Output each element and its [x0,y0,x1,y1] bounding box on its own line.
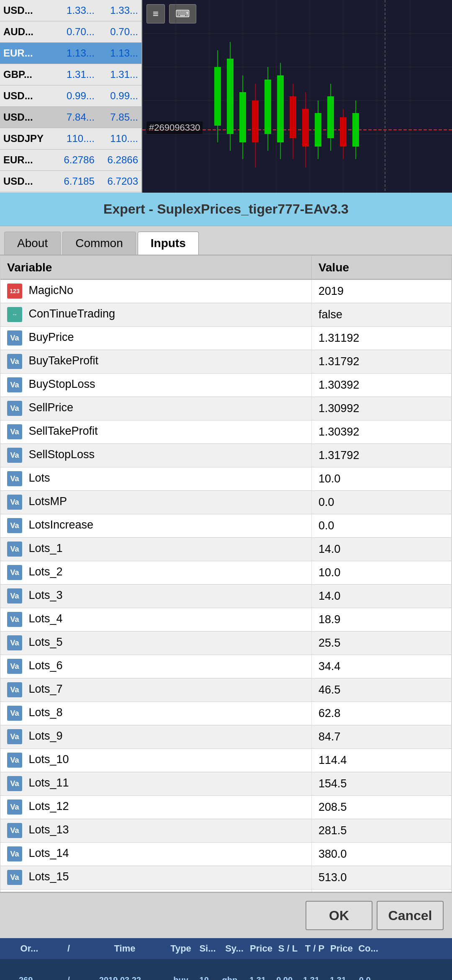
value-cell[interactable]: 10.0 [311,467,451,490]
value-cell[interactable]: 84.7 [311,725,451,748]
market-price2: 1.33... [95,5,138,16]
value-cell[interactable]: 14.0 [311,537,451,561]
taskbar-header-col: Price [249,943,274,954]
table-row[interactable]: Va Lots_4 18.9 [0,608,452,631]
table-row[interactable]: Va Lots_15 513.0 [0,866,452,889]
market-row[interactable]: USDJPY 110.... 110.... [0,128,141,150]
taskbar-header: Or.../TimeTypeSi...Sy...PriceS / LT / PP… [0,938,452,959]
table-row[interactable]: Va LotsIncrease 0.0 [0,514,452,537]
value-cell[interactable]: 1.31192 [311,326,451,350]
table-row[interactable]: Va Lots_13 281.5 [0,819,452,842]
table-container[interactable]: Variable Value 123 MagicNo 2019 ↔ ConTin… [0,255,452,892]
variable-cell: Va Lots_5 [0,631,311,655]
market-price1: 1.13... [51,47,95,59]
variable-cell: Va Lots_1 [0,537,311,561]
var-icon: Va [7,565,22,580]
value-cell[interactable]: 1.30992 [311,397,451,420]
value-cell[interactable]: 1.30392 [311,420,451,444]
var-icon: Va [7,706,22,721]
value-cell[interactable]: 0.0 [311,514,451,537]
value-cell[interactable]: 281.5 [311,819,451,842]
taskbar-row-col: 0.0... [356,975,381,980]
value-cell[interactable]: 10.0 [311,561,451,584]
taskbar-row-col: 269... [4,975,54,980]
market-row[interactable]: EUR... 1.13... 1.13... [0,43,141,64]
value-cell[interactable]: 46.5 [311,678,451,701]
svg-rect-19 [239,92,246,142]
table-row[interactable]: Va BuyPrice 1.31192 [0,326,452,350]
value-cell[interactable]: 154.5 [311,772,451,795]
table-row[interactable]: Va Lots_11 154.5 [0,772,452,795]
market-row[interactable]: GBP... 1.31... 1.31... [0,64,141,85]
table-row[interactable]: Va Lots_12 208.5 [0,795,452,819]
table-row[interactable]: Va Lots_14 380.0 [0,842,452,866]
value-cell[interactable]: 692.6 [311,889,451,892]
value-cell[interactable]: 1.31792 [311,350,451,373]
table-row[interactable]: Va Lots_2 10.0 [0,561,452,584]
ok-button[interactable]: OK [306,901,372,930]
table-row[interactable]: Va Lots 10.0 [0,467,452,490]
table-row[interactable]: 123 MagicNo 2019 [0,279,452,303]
table-row[interactable]: Va Lots_16 692.6 [0,889,452,892]
table-row[interactable]: Va SellTakeProfit 1.30392 [0,420,452,444]
market-price1: 1.33... [51,5,95,16]
table-row[interactable]: Va SellStopLoss 1.31792 [0,444,452,467]
market-row[interactable]: AUD... 0.70... 0.70... [0,21,141,43]
value-cell[interactable]: 513.0 [311,866,451,889]
var-icon: Va [7,542,22,557]
value-cell[interactable]: 0.0 [311,490,451,514]
market-name: USDJPY [3,133,51,144]
table-row[interactable]: Va Lots_3 14.0 [0,584,452,608]
market-row[interactable]: EUR... 6.2786 6.2866 [0,150,141,171]
tab-common[interactable]: Common [62,232,136,255]
table-row[interactable]: Va BuyTakeProfit 1.31792 [0,350,452,373]
variable-cell: Va Lots_9 [0,725,311,748]
value-cell[interactable]: 14.0 [311,584,451,608]
value-cell[interactable]: 18.9 [311,608,451,631]
var-icon: Va [7,776,22,791]
value-cell[interactable]: false [311,303,451,326]
market-row[interactable]: USD... 0.99... 0.99... [0,85,141,107]
table-row[interactable]: ↔ ConTinueTrading false [0,303,452,326]
var-icon: 123 [7,284,22,299]
taskbar-row-col: 2019.03.22 ... [83,975,167,980]
var-icon: Va [7,823,22,838]
market-row[interactable]: USD... 1.33... 1.33... [0,0,141,21]
table-row[interactable]: Va Lots_5 25.5 [0,631,452,655]
value-cell[interactable]: 208.5 [311,795,451,819]
value-cell[interactable]: 114.4 [311,748,451,772]
table-row[interactable]: Va Lots_8 62.8 [0,701,452,725]
table-row[interactable]: Va Lots_9 84.7 [0,725,452,748]
tab-inputs[interactable]: Inputs [138,232,199,255]
variable-name: Lots_6 [29,659,63,672]
value-cell[interactable]: 380.0 [311,842,451,866]
table-row[interactable]: Va SellPrice 1.30992 [0,397,452,420]
cancel-button[interactable]: Cancel [377,901,444,930]
table-row[interactable]: Va BuyStopLoss 1.30392 [0,373,452,397]
table-row[interactable]: Va Lots_7 46.5 [0,678,452,701]
value-cell[interactable]: 1.30392 [311,373,451,397]
market-row[interactable]: USD... 6.7185 6.7203 [0,171,141,192]
value-cell[interactable]: 34.4 [311,655,451,678]
market-row[interactable]: USD... 7.84... 7.85... [0,107,141,128]
table-row[interactable]: Va LotsMP 0.0 [0,490,452,514]
value-cell[interactable]: 62.8 [311,701,451,725]
variable-name: Lots_5 [29,636,63,648]
var-icon: Va [7,471,22,486]
svg-rect-33 [327,96,334,138]
tab-about[interactable]: About [4,232,61,255]
taskbar-header-col: Sy... [222,943,247,954]
dialog-title: Expert - SuplexPrices_tiger777-EAv3.3 [0,193,452,226]
taskbar-row-col: 1.31... [302,975,327,980]
market-price2: 6.7203 [95,175,138,187]
table-row[interactable]: Va Lots_6 34.4 [0,655,452,678]
table-row[interactable]: Va Lots_1 14.0 [0,537,452,561]
variable-name: Lots_3 [29,589,63,601]
table-row[interactable]: Va Lots_10 114.4 [0,748,452,772]
variable-cell: Va LotsMP [0,490,311,514]
market-row[interactable]: USD... 18.9... 18.9... [0,192,141,193]
value-cell[interactable]: 25.5 [311,631,451,655]
value-cell[interactable]: 1.31792 [311,444,451,467]
var-icon: Va [7,330,22,346]
value-cell[interactable]: 2019 [311,279,451,303]
